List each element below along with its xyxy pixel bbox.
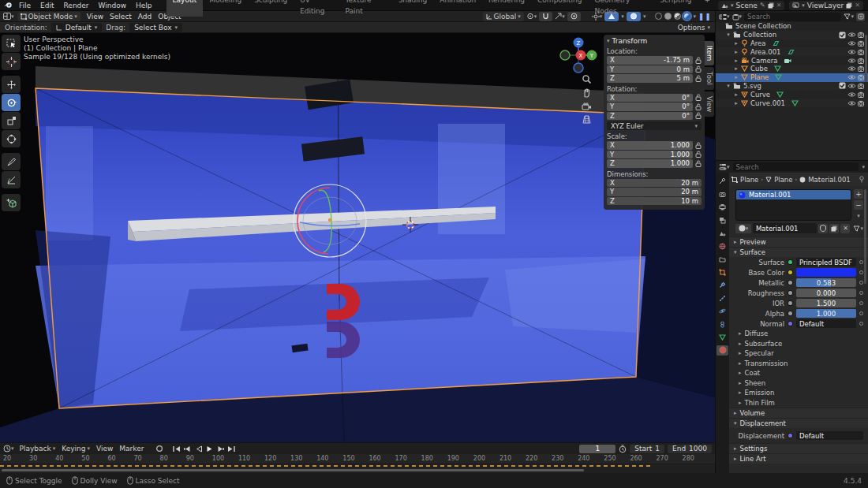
scale-x-lock-icon[interactable] bbox=[695, 142, 702, 149]
normal-field[interactable]: Default bbox=[796, 319, 856, 328]
fake-user-toggle[interactable] bbox=[818, 224, 828, 233]
properties-tab-object[interactable] bbox=[716, 267, 728, 278]
zoom-icon[interactable] bbox=[582, 74, 592, 84]
hide-in-viewport-toggle[interactable] bbox=[847, 40, 856, 47]
rotation-z-field[interactable]: Z0° bbox=[607, 112, 693, 121]
subpanel-diffuse[interactable]: ▸Diffuse bbox=[729, 329, 868, 339]
hide-in-viewport-toggle[interactable] bbox=[847, 91, 856, 98]
remove-material-slot-button[interactable]: − bbox=[854, 200, 863, 210]
outliner-row-area-001[interactable]: ▸Area.001 bbox=[716, 47, 868, 56]
properties-tab-data[interactable] bbox=[716, 332, 728, 342]
timeline-menu-view[interactable]: View bbox=[94, 445, 115, 453]
material-filter-icon[interactable]: ▾ bbox=[853, 225, 863, 232]
scale-y-field[interactable]: Y1.000 bbox=[607, 151, 693, 159]
material-slot-list[interactable]: Material.001 bbox=[735, 189, 851, 221]
panel-settings[interactable]: ▸Settings bbox=[729, 443, 868, 453]
rotation-mode-dropdown[interactable]: XYZ Euler ▾ bbox=[607, 121, 702, 130]
jump-to-end-button[interactable] bbox=[226, 445, 237, 453]
breadcrumb-material[interactable]: Material.001 bbox=[808, 176, 850, 184]
hide-in-viewport-toggle[interactable] bbox=[847, 74, 856, 80]
scene-selector[interactable]: ▾ Scene ✎ ✕ bbox=[718, 1, 784, 10]
scale-z-field[interactable]: Z1.000 bbox=[607, 159, 693, 168]
scale-tool[interactable] bbox=[2, 112, 21, 129]
rotation-z-lock-icon[interactable] bbox=[695, 112, 702, 119]
properties-tab-world[interactable] bbox=[716, 241, 728, 251]
location-z-lock-icon[interactable] bbox=[695, 75, 702, 82]
metallic-field[interactable]: 0.583 bbox=[796, 278, 856, 287]
panel-line-art[interactable]: ▸Line Art bbox=[729, 453, 868, 464]
animate-property-dot[interactable] bbox=[859, 291, 863, 295]
workspace-tab--[interactable]: + bbox=[698, 0, 716, 17]
outliner-row-cube[interactable]: ▸Cube bbox=[716, 65, 868, 73]
disable-in-renders-toggle[interactable] bbox=[858, 100, 866, 106]
panel-surface[interactable]: ▾Surface bbox=[729, 247, 868, 257]
workspace-tab-scripting[interactable]: Scripting bbox=[653, 0, 698, 17]
options-dropdown[interactable]: Options ▾ bbox=[678, 24, 710, 32]
properties-tab-constraints[interactable] bbox=[716, 319, 728, 330]
new-material-button[interactable] bbox=[829, 224, 839, 233]
timeline-track[interactable] bbox=[0, 464, 715, 473]
material-name-field[interactable]: Material.001 bbox=[753, 223, 817, 233]
workspace-tab-compositing[interactable]: Compositing bbox=[531, 0, 588, 17]
animate-property-dot[interactable] bbox=[859, 260, 863, 264]
scale-y-lock-icon[interactable] bbox=[695, 151, 702, 158]
timeline-editor-type-icon[interactable]: ▾ bbox=[3, 445, 14, 453]
material-specials-menu[interactable]: ▾ bbox=[854, 211, 863, 221]
viewport-menu-add[interactable]: Add bbox=[135, 13, 155, 20]
animate-property-dot[interactable] bbox=[859, 322, 863, 326]
timeline-ruler[interactable]: 2030405060708090100110120130140150160170… bbox=[0, 454, 715, 464]
outliner-row-area[interactable]: ▸Area bbox=[716, 39, 868, 48]
outliner-row-curve[interactable]: ▸Curve bbox=[716, 90, 868, 99]
outliner-display-mode[interactable]: ▾ bbox=[719, 13, 730, 20]
roughness-field[interactable]: 0.000 bbox=[796, 289, 856, 297]
dimensions-y-field[interactable]: Y20 m bbox=[607, 188, 702, 196]
outliner-filter-id-type[interactable]: ▾ bbox=[732, 13, 743, 20]
breadcrumb-data[interactable]: Plane bbox=[774, 176, 792, 184]
animate-property-dot[interactable] bbox=[859, 301, 863, 305]
include-checkbox[interactable] bbox=[839, 32, 846, 39]
sidebar-tab-item[interactable]: Item bbox=[705, 41, 714, 65]
view-layer-selector[interactable]: ▾ ViewLayer ✕ bbox=[789, 1, 863, 10]
subpanel-emission[interactable]: ▸Emission bbox=[729, 388, 868, 398]
timeline-menu-keying[interactable]: Keying▾ bbox=[59, 445, 92, 453]
sidebar-tab-view[interactable]: View bbox=[705, 91, 714, 117]
workspace-tab-layout[interactable]: Layout bbox=[166, 0, 204, 17]
hide-in-viewport-toggle[interactable] bbox=[847, 58, 856, 64]
orientation-setting-dropdown[interactable]: Default ▾ bbox=[51, 23, 102, 32]
animate-property-dot[interactable] bbox=[859, 311, 863, 315]
jump-to-start-button[interactable] bbox=[171, 445, 181, 453]
disable-in-renders-toggle[interactable] bbox=[858, 83, 866, 89]
measure-tool[interactable] bbox=[2, 171, 21, 188]
use-preview-range-icon[interactable] bbox=[619, 445, 627, 453]
menu-help[interactable]: Help bbox=[131, 2, 157, 9]
new-view-layer-icon[interactable] bbox=[846, 2, 852, 9]
animate-property-dot[interactable] bbox=[859, 281, 863, 285]
editor-type-icon[interactable]: ▾ bbox=[3, 13, 14, 20]
annotate-tool[interactable] bbox=[2, 153, 21, 170]
properties-tab-render[interactable] bbox=[716, 189, 728, 199]
select-box-tool[interactable] bbox=[2, 35, 21, 52]
scale-x-field[interactable]: X1.000 bbox=[607, 141, 693, 150]
add-material-slot-button[interactable]: + bbox=[854, 189, 863, 199]
workspace-tab-geometry-nodes[interactable]: Geometry Nodes bbox=[589, 0, 654, 17]
frame-end-field[interactable]: End 1000 bbox=[668, 445, 712, 453]
properties-tab-particles[interactable] bbox=[716, 293, 728, 304]
location-y-lock-icon[interactable] bbox=[695, 65, 702, 73]
outliner-row-scene-collection[interactable]: Scene Collection bbox=[716, 22, 868, 31]
panel-displacement[interactable]: ▾Displacement bbox=[729, 418, 868, 428]
dimensions-z-field[interactable]: Z10 m bbox=[607, 197, 702, 206]
previous-keyframe-button[interactable] bbox=[182, 445, 193, 453]
viewport-menu-view[interactable]: View bbox=[84, 13, 107, 20]
subpanel-coat[interactable]: ▸Coat bbox=[729, 368, 868, 378]
transform-tool[interactable] bbox=[2, 130, 21, 147]
sidebar-tab-tool[interactable]: Tool bbox=[705, 67, 714, 90]
workspace-tab-uv-editing[interactable]: UV Editing bbox=[294, 0, 339, 17]
camera-view-icon[interactable] bbox=[582, 102, 592, 111]
hide-in-viewport-toggle[interactable] bbox=[847, 83, 856, 89]
browse-material-icon[interactable]: ▾ bbox=[735, 224, 751, 233]
panel-preview[interactable]: ▸Preview bbox=[729, 237, 868, 247]
toggle-perspective-icon[interactable] bbox=[582, 115, 592, 124]
properties-tab-tool[interactable] bbox=[716, 176, 728, 186]
outliner-row-curve-001[interactable]: ▸Curve.001 bbox=[716, 99, 868, 107]
subpanel-thin-film[interactable]: ▸Thin Film bbox=[729, 398, 868, 408]
